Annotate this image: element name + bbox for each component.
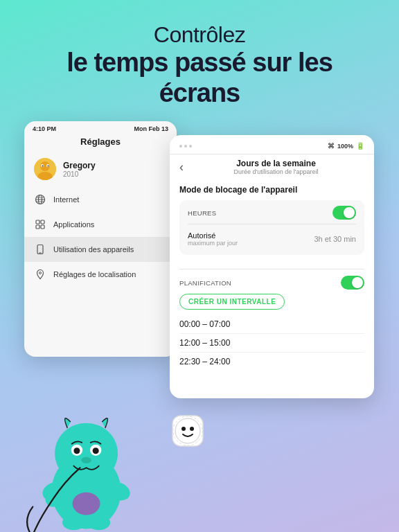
status-bar: 4:10 PM Mon Feb 13 — [24, 121, 177, 134]
location-icon — [34, 268, 46, 281]
svg-rect-13 — [41, 220, 44, 224]
svg-point-30 — [62, 515, 85, 530]
detail-panel: ⌘ 100% 🔋 ‹ Jours de la semaine Durée d'u… — [170, 135, 374, 398]
panel-nav: ‹ Jours de la semaine Durée d'utilisatio… — [170, 154, 374, 179]
back-button[interactable]: ‹ — [179, 160, 184, 175]
status-date: Mon Feb 13 — [134, 125, 168, 132]
robot-icon — [170, 413, 206, 449]
autorise-info: Autorisé maximum par jour — [188, 231, 238, 247]
blocage-title: Mode de blocage de l'appareil — [179, 185, 364, 195]
menu-item-utilisation[interactable]: Utilisation des appareils — [24, 237, 177, 262]
svg-point-29 — [73, 493, 100, 515]
svg-point-35 — [190, 427, 194, 431]
profile-info: Gregory 2010 — [63, 161, 96, 178]
settings-panel: 4:10 PM Mon Feb 13 Réglages Gregory 20 — [24, 121, 177, 357]
divider-1 — [188, 224, 356, 224]
autorise-row: Autorisé maximum par jour 3h et 30 min — [188, 229, 356, 249]
svg-point-24 — [93, 447, 99, 454]
autorise-value: 3h et 30 min — [314, 235, 356, 243]
menu-label-utilisation: Utilisation des appareils — [53, 245, 134, 254]
svg-point-6 — [48, 166, 49, 167]
blocage-section: Mode de blocage de l'appareil HEURES Aut… — [170, 179, 374, 259]
time-slots-list: 00:00 – 07:00 12:00 – 15:00 22:30 – 24:0… — [179, 315, 364, 371]
heures-label: HEURES — [188, 209, 216, 217]
svg-point-23 — [73, 447, 80, 454]
nav-title-main: Jours de la semaine — [188, 159, 364, 168]
dot-1 — [179, 145, 182, 148]
autorise-subtitle: maximum par jour — [188, 240, 238, 247]
planification-label: PLANIFICATION — [179, 279, 231, 287]
avatar — [34, 158, 56, 180]
nav-title-sub: Durée d'utilisation de l'appareil — [188, 168, 364, 175]
grid-icon — [34, 218, 46, 231]
menu-label-internet: Internet — [53, 195, 79, 204]
heures-row: HEURES — [188, 206, 356, 220]
planification-row: PLANIFICATION — [179, 273, 364, 294]
status-right: ⌘ 100% 🔋 — [328, 142, 364, 150]
menu-item-internet[interactable]: Internet — [24, 187, 177, 212]
autorise-title: Autorisé — [188, 231, 238, 240]
svg-point-31 — [87, 515, 110, 530]
svg-point-25 — [81, 457, 91, 463]
time-slot-2: 12:00 – 15:00 — [179, 334, 364, 353]
svg-point-34 — [181, 427, 186, 431]
header-title-line2: le temps passé sur les écrans — [28, 48, 371, 108]
divider-2 — [179, 269, 364, 269]
svg-point-20 — [55, 423, 118, 484]
menu-label-applications: Applications — [53, 220, 94, 229]
panel-nav-title: Jours de la semaine Durée d'utilisation … — [188, 159, 364, 175]
panel-header: ⌘ 100% 🔋 — [170, 135, 374, 154]
globe-icon — [34, 193, 46, 206]
mascot-illustration — [14, 393, 152, 532]
time-slot-3: 22:30 – 24:00 — [179, 353, 364, 371]
wifi-icon: ⌘ — [328, 142, 335, 150]
planification-section: PLANIFICATION CRÉER UN INTERVALLE 00:00 … — [170, 259, 374, 375]
heures-toggle[interactable] — [332, 206, 356, 220]
creer-intervalle-button[interactable]: CRÉER UN INTERVALLE — [179, 294, 285, 310]
svg-rect-12 — [36, 220, 39, 224]
battery-icon: 🔋 — [356, 142, 364, 150]
profile-year: 2010 — [63, 170, 96, 178]
blocage-card: HEURES Autorisé maximum par jour 3h et 3… — [179, 200, 364, 255]
time-slot-1: 00:00 – 07:00 — [179, 315, 364, 334]
menu-label-localisation: Réglages de localisation — [53, 270, 136, 278]
header-title-line1: Contrôlez — [28, 22, 371, 48]
planification-toggle[interactable] — [341, 276, 364, 290]
settings-title: Réglages — [24, 134, 177, 154]
device-icon — [34, 243, 46, 256]
profile-row[interactable]: Gregory 2010 — [24, 154, 177, 187]
dot-2 — [184, 145, 187, 148]
svg-rect-14 — [36, 225, 39, 229]
svg-rect-32 — [172, 416, 203, 446]
menu-item-localisation[interactable]: Réglages de localisation — [24, 262, 177, 287]
svg-point-5 — [42, 166, 44, 167]
phone-mockup: 4:10 PM Mon Feb 13 Réglages Gregory 20 — [24, 121, 374, 412]
header-section: Contrôlez le temps passé sur les écrans — [0, 0, 399, 122]
toggle-knob — [344, 207, 355, 218]
battery-label: 100% — [337, 143, 353, 150]
toggle-knob-2 — [352, 277, 363, 288]
panel-dots — [179, 145, 192, 148]
menu-item-applications[interactable]: Applications — [24, 212, 177, 237]
dot-3 — [189, 145, 192, 148]
svg-rect-15 — [41, 225, 44, 229]
profile-name: Gregory — [63, 161, 96, 170]
svg-point-18 — [39, 272, 42, 274]
status-time: 4:10 PM — [33, 125, 56, 132]
